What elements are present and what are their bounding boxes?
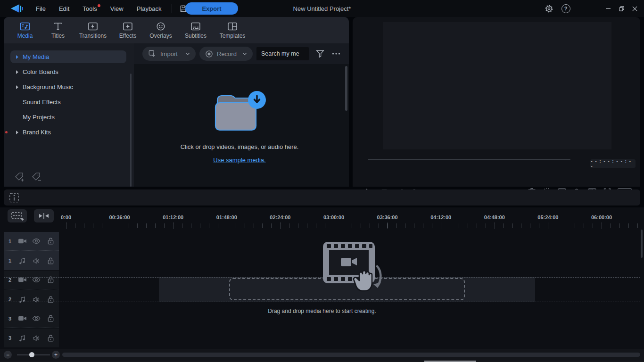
tab-label: Titles	[51, 33, 65, 39]
ruler-time-label: 01:12:00	[163, 214, 183, 220]
timeline-toolbar	[4, 189, 640, 206]
caret-right-icon[interactable]	[16, 70, 18, 74]
tab-label: Overlays	[149, 33, 172, 39]
ruler-time-label: 01:48:00	[216, 214, 237, 220]
maximize-restore-icon[interactable]	[615, 2, 628, 15]
menu-bar: File Edit Tools View Playback	[30, 3, 167, 14]
lock-icon[interactable]	[43, 334, 58, 342]
record-icon	[205, 50, 213, 58]
zoom-in-icon[interactable]: +	[52, 351, 60, 359]
tab-label: Transitions	[79, 33, 107, 39]
export-label: Export	[202, 5, 221, 12]
timeline-drop-hint: Drag and drop media here to start creati…	[0, 308, 644, 314]
chevron-down-icon	[185, 52, 190, 56]
track-manager-icon[interactable]	[8, 192, 20, 203]
media-drop-zone[interactable]: Click or drop videos, images, or audio h…	[134, 64, 345, 187]
menu-tools-label: Tools	[83, 5, 97, 12]
lock-icon[interactable]	[43, 314, 58, 322]
sidebar-item-label: Color Boards	[23, 68, 58, 75]
track-number: 1	[8, 239, 15, 244]
track-header-video-1[interactable]: 1	[4, 232, 59, 251]
sidebar-item-sound-effects[interactable]: Sound Effects	[10, 96, 126, 108]
tab-media[interactable]: Media	[8, 22, 41, 39]
ruler-time-label: 00:36:00	[109, 214, 130, 220]
track-header-video-2[interactable]: 2	[4, 271, 59, 289]
sidebar-item-label: Brand Kits	[23, 129, 51, 136]
titlebar-right-controls: ?	[542, 0, 644, 17]
visibility-eye-icon[interactable]	[29, 238, 43, 244]
help-icon[interactable]: ?	[559, 3, 572, 14]
settings-gear-icon[interactable]	[542, 3, 555, 14]
media-list-scrollbar[interactable]	[345, 66, 347, 111]
timeline-vertical-scrollbar[interactable]	[641, 230, 643, 258]
more-ellipsis-icon[interactable]	[330, 48, 342, 59]
ruler-time-label: 06:00:00	[591, 214, 612, 220]
record-label: Record	[217, 50, 237, 58]
sidebar-item-my-media[interactable]: My Media	[10, 50, 126, 63]
menu-view-label: View	[110, 5, 124, 12]
tab-effects[interactable]: Effects	[111, 22, 144, 39]
sidebar-item-my-projects[interactable]: My Projects	[10, 111, 126, 123]
audio-track-icon	[15, 334, 29, 342]
close-icon[interactable]	[628, 2, 641, 15]
seek-bar[interactable]	[368, 159, 570, 160]
tab-overlays[interactable]: Overlays	[144, 22, 177, 39]
track-number: 1	[8, 258, 15, 263]
caret-right-icon[interactable]	[16, 131, 18, 134]
caret-right-icon[interactable]	[16, 85, 18, 89]
menu-view[interactable]: View	[105, 3, 129, 14]
mute-speaker-icon[interactable]	[29, 335, 43, 342]
project-title: New Untitled Project*	[293, 0, 351, 17]
record-button[interactable]: Record	[199, 47, 253, 61]
mute-speaker-icon[interactable]	[29, 257, 43, 264]
tab-subtitles[interactable]: Subtitles	[177, 22, 214, 39]
track-header-audio-3[interactable]: 3	[4, 329, 59, 347]
ruler-time-label: 0:00	[61, 214, 71, 220]
lock-icon[interactable]	[43, 237, 58, 245]
ruler-time-label: 04:12:00	[430, 214, 451, 220]
track-header-audio-1[interactable]: 1	[4, 251, 59, 270]
visibility-eye-icon[interactable]	[29, 315, 43, 321]
timeline-ruler[interactable]: 0:0000:36:0001:12:0001:48:0002:24:0003:0…	[0, 207, 644, 230]
lock-icon[interactable]	[43, 257, 58, 265]
ruler-time-label: 03:36:00	[377, 214, 398, 220]
import-button[interactable]: Import	[142, 47, 196, 61]
zoom-out-icon[interactable]: −	[4, 351, 12, 359]
library-tabs: Media Titles Transitions Effects Overlay…	[4, 17, 349, 43]
timeline-bottom-bar: − +	[0, 349, 644, 361]
sidebar-scrollbar[interactable]	[130, 74, 132, 187]
sidebar-item-label: Sound Effects	[23, 99, 61, 106]
templates-icon	[227, 22, 238, 31]
tab-transitions[interactable]: Transitions	[74, 22, 111, 39]
tab-titles[interactable]: Titles	[41, 22, 74, 39]
remove-tag-icon[interactable]	[31, 172, 41, 182]
media-icon	[20, 22, 30, 31]
tab-label: Templates	[220, 33, 246, 39]
sidebar-item-label: My Media	[23, 53, 49, 60]
sidebar-item-brand-kits[interactable]: Brand Kits	[10, 126, 126, 139]
ruler-time-label: 02:24:00	[270, 214, 290, 220]
search-input[interactable]	[256, 47, 309, 60]
zoom-slider-thumb[interactable]	[29, 352, 34, 357]
add-tag-icon[interactable]	[14, 172, 25, 182]
menu-tools[interactable]: Tools	[77, 3, 102, 14]
timeline-horizontal-scrollbar[interactable]	[62, 353, 640, 357]
menu-edit[interactable]: Edit	[53, 3, 75, 14]
timecode-display: --:--:--:--	[590, 159, 636, 168]
export-button[interactable]: Export	[185, 2, 238, 15]
menu-playback[interactable]: Playback	[131, 3, 167, 14]
sidebar-item-background-music[interactable]: Background Music	[10, 81, 126, 93]
app-logo-icon	[9, 3, 24, 14]
use-sample-media-link[interactable]: Use sample media.	[213, 156, 265, 164]
video-track-icon	[15, 238, 29, 245]
filter-funnel-icon[interactable]	[314, 48, 326, 59]
sidebar-item-color-boards[interactable]: Color Boards	[10, 66, 126, 78]
tab-templates[interactable]: Templates	[214, 22, 251, 39]
minimize-icon[interactable]	[602, 2, 615, 15]
audio-track-icon	[15, 257, 29, 265]
caret-right-icon[interactable]	[16, 55, 18, 59]
tab-label: Subtitles	[185, 33, 206, 39]
video-track-icon	[15, 315, 29, 322]
track-header-audio-2[interactable]: 2	[4, 290, 59, 309]
menu-file[interactable]: File	[30, 3, 51, 14]
